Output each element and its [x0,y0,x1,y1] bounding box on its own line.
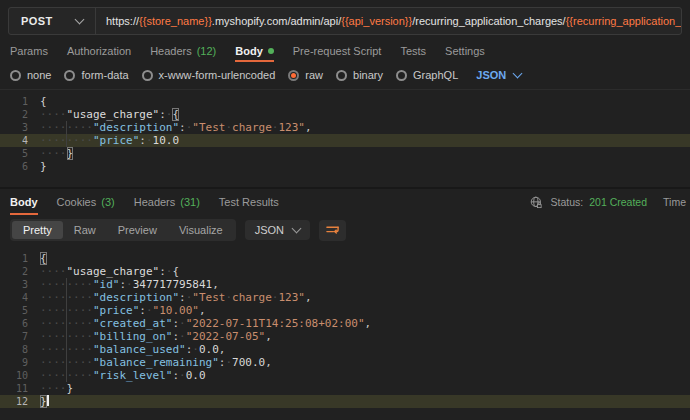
code-text: } [28,395,49,408]
indent-guide [66,278,67,382]
request-url-row: POST https://{{store_name}}.myshopify.co… [0,0,690,40]
code-token: · [146,304,153,317]
view-tab-pretty[interactable]: Pretty [12,221,63,239]
body-mode-graphql[interactable]: GraphQL [396,69,458,81]
code-text: ········"price":·10.0 [28,134,179,147]
code-token: · [146,134,153,147]
tab-headers[interactable]: Headers(12) [150,40,216,62]
code-line[interactable]: 3········"description":·"Test·charge·123… [0,121,690,134]
code-token: · [126,278,133,291]
response-tab-body[interactable]: Body [10,189,38,215]
method-dropdown[interactable]: POST [9,8,96,34]
tab-count-badge: (12) [197,45,217,57]
view-tab-raw[interactable]: Raw [63,221,107,239]
code-text: ····} [28,147,73,160]
response-format-dropdown[interactable]: JSON [245,220,310,240]
tab-settings[interactable]: Settings [445,40,485,62]
url-input[interactable]: https://{{store_name}}.myshopify.com/adm… [96,15,681,27]
code-token: } [40,395,47,408]
body-modified-dot-icon [268,48,274,54]
url-bar: POST https://{{store_name}}.myshopify.co… [8,7,682,35]
line-number: 12 [0,395,28,408]
response-tab-test-results[interactable]: Test Results [219,189,279,215]
code-token: { [40,95,47,108]
line-number: 3 [0,121,28,134]
tab-label: Settings [445,45,485,57]
line-number: 6 [0,317,28,330]
code-line[interactable]: 6········"created_at":·"2022-07-11T14:25… [0,317,690,330]
code-line[interactable]: 9········"balance_remaining":·700.0, [0,356,690,369]
line-number: 1 [0,252,28,265]
tab-body[interactable]: Body [235,40,274,62]
response-meta: Status: 201 Created Time [530,189,686,215]
code-line[interactable]: 8········"balance_used":·0.0, [0,343,690,356]
network-globe-icon[interactable] [530,196,543,209]
code-line[interactable]: 1{ [0,95,690,108]
code-token: "price" [93,134,139,147]
code-text: ····"usage_charge":·{ [28,265,179,278]
raw-language-dropdown[interactable]: JSON [476,69,521,81]
code-token: ···· [40,265,67,278]
body-mode-form-data[interactable]: form-data [64,69,128,81]
response-tab-cookies[interactable]: Cookies(3) [57,189,115,215]
code-token: "2022-07-11T14:25:08+02:00" [186,317,365,330]
code-text: { [28,95,47,108]
code-line[interactable]: 1{ [0,252,690,265]
request-tabs: ParamsAuthorizationHeaders(12)BodyPre-re… [0,40,690,62]
body-mode-binary[interactable]: binary [336,69,383,81]
code-line[interactable]: 10········"risk_level":·0.0 [0,369,690,382]
code-line[interactable]: 4········"price":·10.0 [0,134,690,147]
code-line[interactable]: 7········"billing_on":·"2022-07-05", [0,330,690,343]
code-token: 700.0 [232,356,265,369]
url-text-segment: .myshopify.com/admin/api/ [212,15,341,27]
body-mode-label: x-www-form-urlencoded [159,69,276,81]
code-token: · [179,317,186,330]
url-variable: {{recurring_application_charge_id}} [566,15,681,27]
code-token: "description" [93,121,179,134]
code-line[interactable]: 3········"id":·347717795841, [0,278,690,291]
body-mode-raw[interactable]: raw [288,69,323,81]
tab-tests[interactable]: Tests [400,40,426,62]
method-label: POST [21,15,53,27]
code-token: } [67,382,74,395]
request-body-editor[interactable]: 1{2····"usage_charge":·{3········"descri… [0,90,690,187]
code-token: "billing_on" [93,330,172,343]
body-mode-label: GraphQL [413,69,458,81]
body-mode-none[interactable]: none [10,69,51,81]
code-line[interactable]: 2····"usage_charge":·{ [0,108,690,121]
code-line[interactable]: 4········"description":·"Test·charge·123… [0,291,690,304]
response-body-editor[interactable]: 1{2····"usage_charge":·{3········"id":·3… [0,248,690,420]
view-tab-preview[interactable]: Preview [107,221,168,239]
line-number: 6 [0,160,28,173]
body-mode-x-www-form-urlencoded[interactable]: x-www-form-urlencoded [142,69,276,81]
code-line[interactable]: 12} [0,395,690,408]
code-line[interactable]: 5····} [0,147,690,160]
url-variable: {{store_name}} [139,15,212,27]
text-cursor [47,395,49,406]
code-text: } [28,160,47,173]
tab-authorization[interactable]: Authorization [67,40,131,62]
code-line[interactable]: 11····} [0,382,690,395]
code-token: ···· [40,382,67,395]
wrap-lines-button[interactable] [319,220,346,241]
code-line[interactable]: 5········"price":·"10.00", [0,304,690,317]
line-number: 11 [0,382,28,395]
line-number: 1 [0,95,28,108]
code-token: · [192,343,199,356]
code-token: 10.0 [153,134,180,147]
chevron-down-icon [513,69,523,79]
response-tab-headers[interactable]: Headers(31) [134,189,200,215]
tab-count-badge: (3) [101,196,114,208]
tab-params[interactable]: Params [10,40,48,62]
url-text-segment: /recurring_application_charges/ [412,15,565,27]
code-token: , [265,330,272,343]
tab-label: Authorization [67,45,131,57]
tab-pre-request-script[interactable]: Pre-request Script [293,40,382,62]
code-text: ········"description":·"Test·charge·123"… [28,121,312,134]
code-line[interactable]: 6} [0,160,690,173]
code-token: "Test [192,121,225,134]
code-line[interactable]: 2····"usage_charge":·{ [0,265,690,278]
code-token: "balance_used" [93,343,186,356]
url-variable: {{api_version}} [341,15,412,27]
view-tab-visualize[interactable]: Visualize [168,221,234,239]
